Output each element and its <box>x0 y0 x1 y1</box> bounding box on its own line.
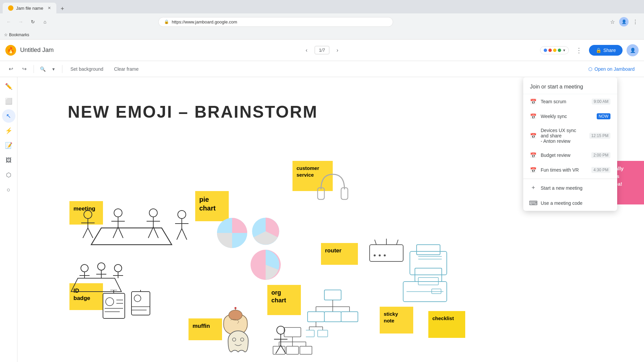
meeting-item-3[interactable]: 📅 Budget review 2:00 PM <box>523 148 617 163</box>
app-title[interactable]: Untitled Jam <box>20 47 54 54</box>
refresh-button[interactable]: ↻ <box>28 17 38 26</box>
meeting-item-1[interactable]: 📅 Weekly sync NOW <box>523 109 617 124</box>
svg-line-93 <box>281 345 286 354</box>
address-bar[interactable]: 🔒 https://www.jamboard.google.com <box>158 17 393 27</box>
meeting-panel-header: Join or start a meeting <box>523 77 617 94</box>
user-avatar[interactable]: 👤 <box>627 44 639 56</box>
meeting-time-0: 9:00 AM <box>592 99 610 105</box>
svg-line-19 <box>177 229 182 240</box>
sticky-note-router[interactable]: router <box>321 243 358 265</box>
toolbar: ↩ ↪ 🔍 ▾ Set background Clear frame ⬡ Ope… <box>0 61 644 77</box>
set-background-button[interactable]: Set background <box>66 64 107 74</box>
clear-frame-button[interactable]: Clear frame <box>110 64 143 74</box>
meeting-name-4: Fun times with VR <box>541 167 587 173</box>
svg-point-95 <box>229 310 242 320</box>
meeting-panel: Join or start a meeting 📅 Team scrum 9:0… <box>523 77 617 211</box>
svg-point-54 <box>379 254 381 256</box>
meeting-info-0: Team scrum <box>541 99 588 104</box>
svg-line-4 <box>83 228 88 238</box>
redo-button[interactable]: ↪ <box>19 64 30 74</box>
open-on-jamboard-button[interactable]: ⬡ Open on Jamboard <box>584 64 639 74</box>
back-button[interactable]: ← <box>4 17 13 26</box>
active-tab[interactable]: Jam file name ✕ <box>3 3 56 13</box>
prev-frame-btn[interactable]: ‹ <box>301 45 312 56</box>
meeting-info-4: Fun times with VR <box>541 167 587 173</box>
bookmarks-label[interactable]: Bookmarks <box>9 33 29 37</box>
svg-marker-21 <box>71 278 121 292</box>
browser-nav: ← → ↻ ⌂ 🔒 https://www.jamboard.google.co… <box>0 13 644 30</box>
svg-line-50 <box>375 240 376 245</box>
shape-tool-btn[interactable]: ⬡ <box>2 168 15 182</box>
open-jamboard-label: Open on Jamboard <box>594 66 635 72</box>
meeting-item-4[interactable]: 📅 Fun times with VR 4:30 PM <box>523 163 617 177</box>
sticky-note-muffin[interactable]: muffin <box>189 318 222 340</box>
next-frame-btn[interactable]: › <box>332 45 343 56</box>
svg-point-37 <box>106 298 114 306</box>
pie-chart-3 <box>249 248 282 282</box>
frame-indicator[interactable]: 1/7 <box>315 46 329 54</box>
keyboard-icon: ⌨ <box>530 199 537 207</box>
zoom-icon[interactable]: 🔍 <box>38 64 47 74</box>
svg-line-15 <box>153 227 158 238</box>
toolbar-divider-2 <box>62 65 62 73</box>
laser-tool-btn[interactable]: ⚡ <box>2 124 15 137</box>
svg-rect-35 <box>341 188 348 199</box>
g-dot-yellow <box>553 49 556 52</box>
sticky-note-org-chart[interactable]: orgchart <box>267 285 301 315</box>
canvas-title: NEW EMOJI – BRAINSTORM <box>68 102 318 122</box>
svg-point-25 <box>98 263 105 270</box>
more-options-btn[interactable]: ⋮ <box>573 44 585 56</box>
pie-chart-2 <box>251 216 281 246</box>
google-meet-btn[interactable]: ▾ <box>540 46 569 54</box>
undo-button[interactable]: ↩ <box>5 64 16 74</box>
tab-close-btn[interactable]: ✕ <box>48 6 51 10</box>
calendar-icon-2: 📅 <box>530 132 537 139</box>
sketch-headphones <box>316 169 350 209</box>
meeting-info-3: Budget review <box>541 153 587 158</box>
circle-tool-btn[interactable]: ○ <box>2 183 15 196</box>
forward-button[interactable]: → <box>16 17 25 26</box>
image-tool-btn[interactable]: 🖼 <box>2 154 15 167</box>
svg-point-16 <box>178 210 186 219</box>
bookmark-star-icon[interactable]: ☆ <box>608 17 617 26</box>
plus-icon: + <box>530 184 537 191</box>
svg-rect-71 <box>308 312 324 322</box>
left-sidebar: ✏️ ⬜ ↖ ⚡ 📝 🖼 ⬡ ○ <box>0 77 17 362</box>
sketch-devices <box>366 238 450 305</box>
svg-line-92 <box>276 345 281 354</box>
meeting-item-0[interactable]: 📅 Team scrum 9:00 AM <box>523 94 617 109</box>
browser-menu-icon[interactable]: ⋮ <box>631 17 640 26</box>
zoom-dropdown-icon[interactable]: ▾ <box>49 64 58 74</box>
sticky-note-sticky-note[interactable]: stickynote <box>380 307 413 334</box>
meeting-name-2: Devices UX sync and share- Anton review <box>541 128 585 144</box>
calendar-icon-4: 📅 <box>530 167 537 173</box>
meet-dropdown-icon: ▾ <box>563 48 565 53</box>
meeting-time-now-badge: NOW <box>597 113 610 119</box>
app-header: 🔥 Untitled Jam ‹ 1/7 › ▾ ⋮ 🔒 Share 👤 <box>0 40 644 61</box>
svg-point-89 <box>277 326 285 334</box>
eraser-tool-btn[interactable]: ⬜ <box>2 95 15 108</box>
browser-chrome: Jam file name ✕ + ← → ↻ ⌂ 🔒 https://www.… <box>0 0 644 30</box>
header-center: ‹ 1/7 › <box>301 45 343 56</box>
browser-user-avatar[interactable]: 👤 <box>619 17 629 26</box>
start-new-meeting-btn[interactable]: + Start a new meeting <box>523 180 617 195</box>
select-tool-btn[interactable]: ↖ <box>2 109 15 123</box>
pen-tool-btn[interactable]: ✏️ <box>2 80 15 93</box>
share-button[interactable]: 🔒 Share <box>589 45 623 56</box>
svg-line-5 <box>88 228 93 238</box>
calendar-icon-3: 📅 <box>530 152 537 159</box>
sticky-note-checklist[interactable]: checklist <box>428 311 465 338</box>
home-button[interactable]: ⌂ <box>40 17 50 26</box>
use-meeting-code-btn[interactable]: ⌨ Use a meeting code <box>523 195 617 211</box>
meeting-item-2[interactable]: 📅 Devices UX sync and share- Anton revie… <box>523 124 617 148</box>
sketch-person <box>271 325 291 355</box>
sticky-note-tool-btn[interactable]: 📝 <box>2 139 15 152</box>
g-dot-green <box>558 49 561 52</box>
calendar-icon-1: 📅 <box>530 113 537 120</box>
new-tab-button[interactable]: + <box>58 4 67 13</box>
svg-point-97 <box>234 307 236 309</box>
svg-rect-73 <box>341 312 358 322</box>
svg-rect-57 <box>417 245 440 255</box>
svg-rect-44 <box>131 292 150 315</box>
meeting-info-1: Weekly sync <box>541 114 593 119</box>
